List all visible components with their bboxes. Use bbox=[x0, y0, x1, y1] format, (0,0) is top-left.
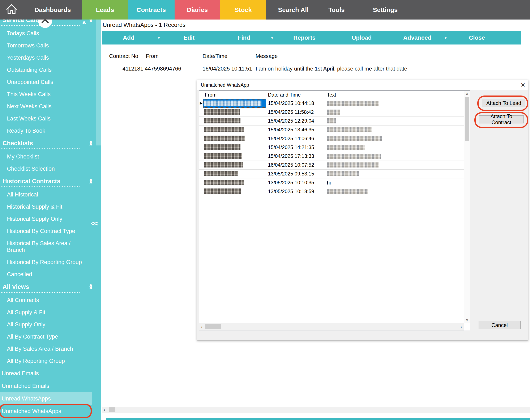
scroll-up-icon[interactable]: ∧ bbox=[464, 91, 470, 96]
sidebar-section-historical-contracts[interactable]: Historical Contracts∧∧ bbox=[1, 175, 80, 187]
column-header-from[interactable]: From bbox=[203, 91, 266, 99]
sidebar-item-all-supply-only[interactable]: All Supply Only bbox=[0, 318, 101, 330]
cell-text bbox=[325, 99, 464, 108]
scrollbar-thumb[interactable] bbox=[109, 407, 115, 412]
dialog-row[interactable]: 15/04/2025 17:13:33 bbox=[199, 152, 464, 161]
sidebar-item-unmatched-whatsapps[interactable]: Unmatched WhatsApps bbox=[0, 405, 92, 418]
sidebar-item-unmatched-emails[interactable]: Unmatched Emails bbox=[0, 380, 92, 392]
dialog-row[interactable]: 15/04/2025 14:21:35 bbox=[199, 143, 464, 152]
dialog-row[interactable]: 15/04/2025 12:29:04 bbox=[199, 117, 464, 125]
row-selector-cell[interactable]: ▶ bbox=[199, 99, 203, 108]
toolbar-find[interactable]: Find bbox=[238, 31, 250, 45]
sidebar-item-unread-whatsapps[interactable]: Unread WhatsApps bbox=[0, 392, 92, 405]
dialog-row[interactable]: 13/05/2025 09:53:15 bbox=[199, 170, 464, 179]
sidebar-item-this-weeks-calls[interactable]: This Weeks Calls bbox=[0, 88, 101, 100]
sidebar-item-all-historical[interactable]: All Historical bbox=[0, 189, 101, 201]
row-selector-cell[interactable] bbox=[199, 187, 203, 196]
sidebar-scrollbar-thumb[interactable] bbox=[96, 19, 101, 146]
row-selector-cell[interactable] bbox=[199, 152, 203, 161]
sidebar-item-all-by-reporting-group[interactable]: All By Reporting Group bbox=[0, 355, 101, 367]
dialog-row[interactable]: 13/05/2025 10:10:35hi bbox=[199, 179, 464, 187]
scrollbar-thumb[interactable] bbox=[465, 97, 469, 141]
toolbar-upload[interactable]: Upload bbox=[352, 31, 372, 45]
column-header-date-and-time[interactable]: Date and Time bbox=[266, 91, 325, 99]
scroll-left-icon[interactable]: ‹ bbox=[201, 323, 203, 330]
row-selector-cell[interactable] bbox=[199, 108, 203, 117]
sidebar-item-historical-by-contract-type[interactable]: Historical By Contract Type bbox=[0, 225, 101, 237]
sidebar-collapse-button[interactable]: << bbox=[91, 219, 97, 227]
sidebar-item-cancelled[interactable]: Cancelled bbox=[0, 268, 101, 280]
nav-tab-contracts[interactable]: Contracts bbox=[128, 0, 175, 19]
column-header-message[interactable]: Message bbox=[256, 53, 278, 60]
dialog-row[interactable]: ▶15/04/2025 10:44:18 bbox=[199, 99, 464, 108]
column-header-contract-no[interactable]: Contract No bbox=[109, 53, 138, 60]
nav-tab-tools[interactable]: Tools bbox=[328, 0, 345, 19]
close-icon[interactable]: × bbox=[521, 80, 525, 90]
nav-tab-diaries[interactable]: Diaries bbox=[175, 0, 220, 19]
dialog-vertical-scrollbar[interactable]: ∧ ∨ bbox=[464, 91, 470, 323]
scroll-right-icon[interactable]: › bbox=[460, 323, 462, 330]
row-selector-cell[interactable] bbox=[199, 143, 203, 152]
chevron-up-icon[interactable]: ∧ bbox=[81, 20, 87, 25]
sidebar-item-next-weeks-calls[interactable]: Next Weeks Calls bbox=[0, 100, 101, 113]
sidebar-item-outstanding-calls[interactable]: Outstanding Calls bbox=[0, 64, 101, 76]
dialog-row[interactable]: 15/04/2025 11:58:42 bbox=[199, 108, 464, 117]
sidebar-section-all-views[interactable]: All Views∧∧ bbox=[1, 280, 80, 293]
row-selector-cell[interactable] bbox=[199, 161, 203, 169]
sidebar-item-ready-to-book[interactable]: Ready To Book bbox=[0, 125, 101, 137]
scrollbar-thumb[interactable] bbox=[205, 324, 221, 329]
home-button[interactable] bbox=[0, 0, 23, 19]
sidebar-item-unread-emails[interactable]: Unread Emails bbox=[0, 367, 92, 380]
sidebar-item-todays-calls[interactable]: Todays Calls bbox=[0, 27, 101, 39]
dialog-titlebar[interactable]: Unmatched WhatsApp × bbox=[197, 80, 528, 90]
scroll-left-icon[interactable]: ‹ bbox=[103, 407, 105, 413]
column-header-datetime[interactable]: Date/Time bbox=[203, 53, 227, 60]
nav-tab-search-all[interactable]: Search All bbox=[278, 0, 309, 19]
column-header-from[interactable]: From bbox=[146, 53, 159, 60]
row-selector-cell[interactable] bbox=[199, 125, 203, 134]
nav-tab-stock[interactable]: Stock bbox=[220, 0, 266, 19]
toolbar-edit[interactable]: Edit bbox=[184, 31, 195, 45]
row-selector-cell[interactable] bbox=[199, 179, 203, 187]
sidebar-item-my-checklist[interactable]: My Checklist bbox=[0, 150, 101, 163]
main-horizontal-scrollbar[interactable]: ‹ bbox=[102, 407, 530, 413]
dialog-row[interactable]: 13/05/2025 10:18:59 bbox=[199, 187, 464, 196]
sidebar-item-historical-by-reporting-group[interactable]: Historical By Reporting Group bbox=[0, 256, 101, 268]
sidebar-item-yesterdays-calls[interactable]: Yesterdays Calls bbox=[0, 52, 101, 64]
toolbar-advanced[interactable]: Advanced bbox=[403, 31, 431, 45]
sidebar-item-checklist-selection[interactable]: Checklist Selection bbox=[0, 163, 101, 175]
caret-down-icon[interactable]: ▾ bbox=[158, 31, 160, 45]
sidebar-item-historical-supply-only[interactable]: Historical Supply Only bbox=[0, 213, 101, 225]
nav-tab-settings[interactable]: Settings bbox=[373, 0, 398, 19]
column-header-text[interactable]: Text bbox=[325, 91, 464, 99]
dialog-row[interactable]: 15/04/2025 14:06:46 bbox=[199, 134, 464, 143]
attach-to-lead-button[interactable]: Attach To Lead bbox=[482, 99, 525, 107]
toolbar-reports[interactable]: Reports bbox=[293, 31, 316, 45]
caret-down-icon[interactable]: ▾ bbox=[445, 31, 447, 45]
dialog-horizontal-scrollbar[interactable]: ‹ › bbox=[199, 323, 464, 330]
cancel-button[interactable]: Cancel bbox=[479, 321, 521, 329]
cell-from bbox=[203, 99, 266, 108]
sidebar-item-all-by-contract-type[interactable]: All By Contract Type bbox=[0, 330, 101, 343]
attach-to-contract-button[interactable]: Attach To Contract bbox=[479, 115, 524, 123]
row-selector-cell[interactable] bbox=[199, 117, 203, 125]
sidebar-item-tomorrows-calls[interactable]: Tomorrows Calls bbox=[0, 39, 101, 52]
scroll-down-icon[interactable]: ∨ bbox=[464, 318, 470, 322]
sidebar-item-all-contracts[interactable]: All Contracts bbox=[0, 294, 101, 306]
toolbar-add[interactable]: Add bbox=[123, 31, 134, 45]
sidebar-section-checklists[interactable]: Checklists∧∧ bbox=[1, 137, 80, 149]
row-selector-cell[interactable] bbox=[199, 170, 203, 178]
nav-tab-dashboards[interactable]: Dashboards bbox=[23, 0, 82, 19]
sidebar-item-historical-by-sales-area-branch[interactable]: Historical By Sales Area / Branch bbox=[0, 237, 101, 256]
dialog-row[interactable]: 16/04/2025 10:07:52 bbox=[199, 161, 464, 170]
sidebar-item-all-by-sales-area-branch[interactable]: All By Sales Area / Branch bbox=[0, 343, 101, 355]
caret-down-icon[interactable]: ▾ bbox=[271, 31, 273, 45]
nav-tab-leads[interactable]: Leads bbox=[82, 0, 128, 19]
toolbar-close[interactable]: Close bbox=[469, 31, 485, 45]
sidebar-item-last-weeks-calls[interactable]: Last Weeks Calls bbox=[0, 113, 101, 125]
sidebar-item-all-supply-fit[interactable]: All Supply & Fit bbox=[0, 306, 101, 318]
sidebar-item-historical-supply-fit[interactable]: Historical Supply & Fit bbox=[0, 201, 101, 213]
dialog-row[interactable]: 15/04/2025 13:46:35 bbox=[199, 125, 464, 134]
row-selector-cell[interactable] bbox=[199, 134, 203, 143]
sidebar-item-unappointed-calls[interactable]: Unappointed Calls bbox=[0, 76, 101, 88]
